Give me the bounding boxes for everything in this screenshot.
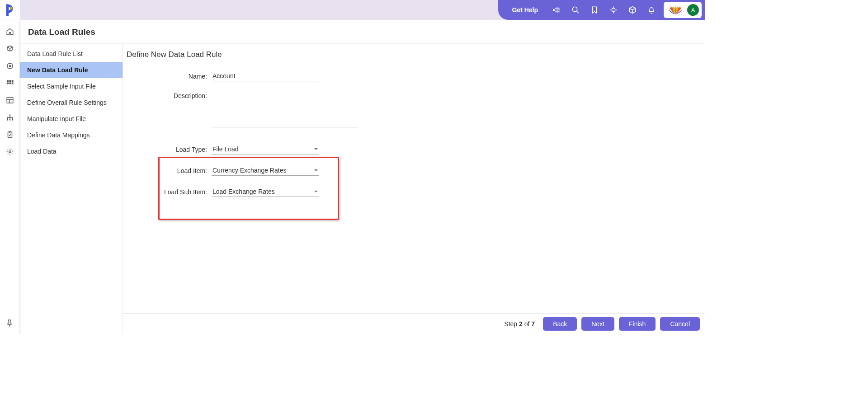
finish-button[interactable]: Finish bbox=[619, 317, 656, 331]
clipboard-icon[interactable] bbox=[5, 130, 14, 139]
left-rail bbox=[0, 20, 20, 334]
top-bar: Get Help bbox=[0, 0, 705, 20]
step-manipulate-input-file[interactable]: Manipulate Input File bbox=[20, 111, 123, 127]
svg-point-0 bbox=[10, 7, 13, 9]
step-indicator: Step 2 of 7 bbox=[504, 320, 535, 328]
gear-icon[interactable] bbox=[5, 147, 14, 156]
svg-rect-5 bbox=[7, 80, 9, 82]
chevron-down-icon bbox=[314, 145, 318, 153]
layout-icon[interactable] bbox=[5, 96, 14, 105]
bell-icon[interactable] bbox=[642, 0, 661, 20]
step-data-load-rule-list[interactable]: Data Load Rule List bbox=[20, 46, 123, 62]
step-nav: Data Load Rule List New Data Load Rule S… bbox=[20, 44, 123, 334]
cube-icon[interactable] bbox=[5, 44, 14, 53]
step-define-overall-rule-settings[interactable]: Define Overall Rule Settings bbox=[20, 94, 123, 111]
svg-rect-8 bbox=[7, 83, 9, 84]
next-button[interactable]: Next bbox=[581, 317, 614, 331]
svg-point-2 bbox=[612, 8, 615, 12]
svg-point-15 bbox=[11, 119, 13, 121]
get-help-link[interactable]: Get Help bbox=[512, 6, 538, 14]
svg-point-13 bbox=[7, 119, 8, 121]
load-type-label: Load Type: bbox=[127, 146, 212, 153]
svg-point-4 bbox=[9, 65, 11, 67]
step-load-data[interactable]: Load Data bbox=[20, 143, 123, 159]
svg-rect-17 bbox=[9, 131, 11, 133]
name-input[interactable] bbox=[212, 71, 319, 81]
target-icon[interactable] bbox=[604, 0, 623, 20]
cancel-button[interactable]: Cancel bbox=[660, 317, 700, 331]
announce-icon[interactable] bbox=[547, 0, 566, 20]
step-select-sample-input-file[interactable]: Select Sample Input File bbox=[20, 78, 123, 94]
callout-highlight bbox=[158, 157, 339, 220]
wizard-footer: Step 2 of 7 Back Next Finish Cancel bbox=[123, 313, 705, 334]
svg-rect-10 bbox=[11, 83, 13, 84]
svg-rect-7 bbox=[11, 80, 13, 82]
svg-rect-6 bbox=[9, 80, 11, 82]
pin-icon[interactable] bbox=[5, 319, 14, 328]
name-label: Name: bbox=[127, 73, 212, 80]
step-define-data-mappings[interactable]: Define Data Mappings bbox=[20, 127, 123, 143]
step-new-data-load-rule[interactable]: New Data Load Rule bbox=[20, 62, 123, 78]
grid-icon[interactable] bbox=[5, 79, 14, 88]
avatar[interactable]: A bbox=[687, 4, 699, 16]
load-type-value: File Load bbox=[212, 145, 239, 153]
panel-title: Define New Data Load Rule bbox=[127, 50, 702, 59]
record-icon[interactable] bbox=[5, 61, 14, 70]
flower-icon bbox=[667, 3, 684, 17]
home-icon[interactable] bbox=[5, 27, 14, 36]
svg-rect-16 bbox=[8, 132, 12, 138]
hierarchy-icon[interactable] bbox=[5, 113, 14, 122]
description-label: Description: bbox=[127, 92, 212, 99]
back-button[interactable]: Back bbox=[543, 317, 577, 331]
description-input[interactable] bbox=[212, 92, 358, 127]
load-type-select[interactable]: File Load bbox=[212, 144, 319, 154]
search-icon[interactable] bbox=[566, 0, 585, 20]
svg-rect-9 bbox=[9, 83, 11, 84]
top-right-toolbar: Get Help bbox=[498, 0, 705, 20]
package-icon[interactable] bbox=[623, 0, 642, 20]
svg-point-18 bbox=[9, 151, 11, 153]
bookmark-icon[interactable] bbox=[585, 0, 604, 20]
app-logo[interactable] bbox=[0, 0, 20, 20]
profile-box[interactable]: A bbox=[664, 2, 702, 18]
svg-rect-11 bbox=[7, 98, 13, 103]
page-title: Data Load Rules bbox=[20, 20, 705, 44]
svg-point-12 bbox=[9, 114, 10, 116]
